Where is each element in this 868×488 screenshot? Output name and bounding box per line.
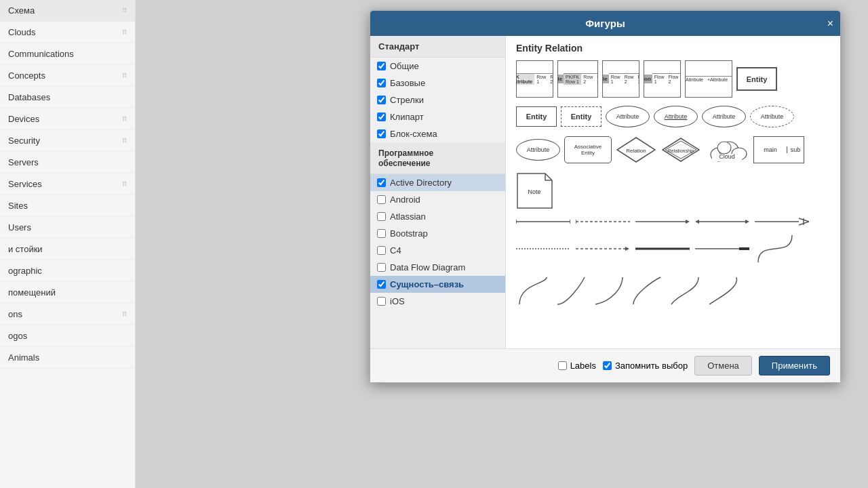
sidebar-item-racks[interactable]: и стойки xyxy=(0,239,135,260)
shape-attribute-oval[interactable]: Attribute xyxy=(606,106,650,127)
sidebar-item-communications[interactable]: Communications xyxy=(0,43,135,65)
line-dashed-2[interactable] xyxy=(516,244,570,253)
shape-relationship-diamond[interactable]: Relation xyxy=(616,136,656,163)
checkbox-basic[interactable] xyxy=(377,79,386,87)
shape-entity-list[interactable]: Entity +Attribute +Attribute +Attribute xyxy=(685,60,732,98)
curve-arrow-2[interactable] xyxy=(554,274,588,308)
curve-arrow-6[interactable] xyxy=(706,274,740,308)
category-bootstrap[interactable]: Bootstrap xyxy=(370,225,505,242)
sidebar-item-users[interactable]: Users xyxy=(0,217,135,239)
sidebar-item-connections[interactable]: ons ⠿ xyxy=(0,304,135,325)
category-ios[interactable]: iOS xyxy=(370,293,505,310)
modal-footer: Labels Запомнить выбор Отмена Применить xyxy=(370,348,840,382)
sidebar-item-concepts[interactable]: Concepts ⠿ xyxy=(0,65,135,87)
checkbox-general[interactable] xyxy=(377,62,386,70)
shape-section[interactable]: Section Flow 1 Flow 2 Flow 3 xyxy=(644,60,681,98)
shape-relationship-double[interactable]: Relationship xyxy=(660,136,701,163)
shape-table-full[interactable]: Table PK Attribute Row 1 Row 2 Row 3 xyxy=(516,60,553,98)
category-dataflow[interactable]: Data Flow Diagram xyxy=(370,259,505,276)
category-c4[interactable]: C4 xyxy=(370,242,505,259)
drag-handle-icon: ⠿ xyxy=(122,310,127,318)
checkbox-android[interactable] xyxy=(377,195,386,204)
checkbox-dataflow[interactable] xyxy=(377,263,386,272)
checkbox-clipart[interactable] xyxy=(377,113,386,121)
checkbox-flowchart[interactable] xyxy=(377,129,386,138)
drag-handle-icon: ⠿ xyxy=(122,115,127,123)
category-basic[interactable]: Базовые xyxy=(370,75,505,92)
diamond-svg: Relation xyxy=(616,136,656,163)
category-atlassian[interactable]: Atlassian xyxy=(370,208,505,225)
checkbox-arrows[interactable] xyxy=(377,96,386,104)
checkbox-entity-rel[interactable] xyxy=(377,280,386,289)
sidebar-item-clouds[interactable]: Clouds ⠿ xyxy=(0,22,135,43)
modal-title-bar: Фигуры × xyxy=(370,11,840,36)
line-dotted[interactable] xyxy=(576,217,630,226)
remember-checkbox[interactable] xyxy=(603,361,612,370)
shape-note[interactable]: Note xyxy=(516,172,553,209)
line-double-arrow[interactable] xyxy=(695,217,749,226)
sidebar-item-databases[interactable]: Databases xyxy=(0,87,135,108)
checkbox-c4[interactable] xyxy=(377,246,386,255)
apply-button[interactable]: Применить xyxy=(759,356,830,375)
shape-table-simple[interactable]: Table PK/FK Row 1 Row 2 Row 3 xyxy=(557,60,598,98)
sidebar-item-sites[interactable]: Sites xyxy=(0,195,135,217)
line-bold[interactable] xyxy=(635,244,690,253)
shape-associative-entity[interactable]: AssociativeEntity xyxy=(564,136,612,163)
sidebar-item-devices[interactable]: Devices ⠿ xyxy=(0,108,135,130)
sidebar-item-schema[interactable]: Схема ⠿ xyxy=(0,0,135,22)
curve-1[interactable] xyxy=(755,232,795,266)
category-arrows[interactable]: Стрелки xyxy=(370,92,505,108)
svg-marker-23 xyxy=(695,220,699,224)
remember-checkbox-label[interactable]: Запомнить выбор xyxy=(603,361,688,371)
checkbox-atlassian[interactable] xyxy=(377,212,386,221)
category-flowchart[interactable]: Блок-схема xyxy=(370,125,505,142)
category-active-directory[interactable]: Active Directory xyxy=(370,174,505,191)
curve-arrow-1[interactable] xyxy=(516,274,550,308)
line-arrow[interactable] xyxy=(635,217,690,226)
shape-main-sub[interactable]: main sub xyxy=(753,136,804,163)
sidebar-item-rooms[interactable]: помещений xyxy=(0,282,135,304)
sidebar-item-services[interactable]: Services ⠿ xyxy=(0,174,135,195)
category-android[interactable]: Android xyxy=(370,191,505,208)
checkbox-bootstrap[interactable] xyxy=(377,229,386,238)
sidebar: Схема ⠿ Clouds ⠿ Communications Concepts… xyxy=(0,0,136,488)
drag-handle-icon: ⠿ xyxy=(122,72,127,79)
line-dashed-arrow[interactable] xyxy=(576,244,630,253)
sidebar-item-servers[interactable]: Servers xyxy=(0,152,135,174)
cancel-button[interactable]: Отмена xyxy=(694,356,752,375)
shape-attribute-row3[interactable]: Attribute xyxy=(516,139,560,161)
sidebar-item-logos[interactable]: ogos xyxy=(0,325,135,347)
curve-arrow-5[interactable] xyxy=(668,274,702,308)
shape-entity-dashed[interactable]: Entity xyxy=(561,106,601,127)
shape-entity-simple[interactable]: Entity xyxy=(736,67,777,91)
shapes-row-2: Entity Entity Attribute Attribute Attrib… xyxy=(516,106,830,127)
sidebar-item-security[interactable]: Security ⠿ xyxy=(0,130,135,152)
labels-checkbox[interactable] xyxy=(558,361,567,370)
sidebar-item-infographic[interactable]: ographic xyxy=(0,260,135,282)
line-bold-end[interactable] xyxy=(695,244,749,253)
shape-attribute-underline[interactable]: Attribute xyxy=(654,106,698,127)
line-many[interactable] xyxy=(755,217,809,226)
drag-handle-icon: ⠿ xyxy=(122,7,127,14)
shape-attribute-plain[interactable]: Attribute xyxy=(702,106,746,127)
line-solid[interactable] xyxy=(516,217,570,226)
shape-attribute-dashed[interactable]: Attribute xyxy=(750,106,794,127)
svg-point-8 xyxy=(717,142,731,154)
sidebar-item-animals[interactable]: Animals xyxy=(0,347,135,369)
modal-close-button[interactable]: × xyxy=(827,18,833,29)
checkbox-active-directory[interactable] xyxy=(377,178,386,187)
shape-entity-1[interactable]: Entity xyxy=(516,106,557,127)
category-panel: Стандарт Общие Базовые Стрелки Клипарт Б… xyxy=(370,36,506,348)
category-general[interactable]: Общие xyxy=(370,58,505,75)
shape-cloud[interactable]: Cloud xyxy=(705,136,749,164)
checkbox-ios[interactable] xyxy=(377,297,386,306)
shape-table-minimal[interactable]: Table Row 1 Row 2 Row 3 xyxy=(602,60,639,98)
curve-arrow-4[interactable] xyxy=(630,274,664,308)
svg-marker-22 xyxy=(745,220,749,224)
labels-checkbox-label[interactable]: Labels xyxy=(558,361,596,371)
category-entity-rel[interactable]: Сущность–связь xyxy=(370,276,505,293)
category-clipart[interactable]: Клипарт xyxy=(370,108,505,125)
curve-arrow-3[interactable] xyxy=(592,274,626,308)
svg-text:Cloud: Cloud xyxy=(719,153,735,160)
drag-handle-icon: ⠿ xyxy=(122,137,127,144)
